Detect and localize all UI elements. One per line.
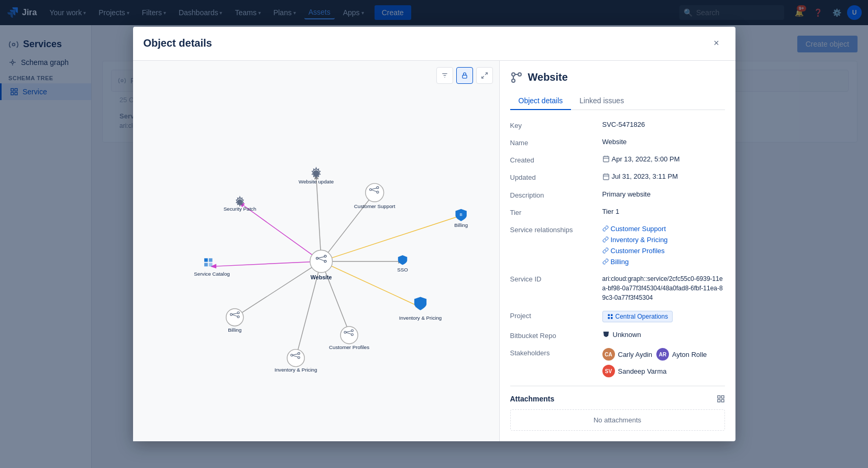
svg-rect-14	[462, 75, 466, 78]
key-label: Key	[510, 121, 594, 129]
created-value: Apr 13, 2022, 5:00 PM	[602, 155, 725, 161]
object-name: Website	[528, 71, 568, 83]
modal-body: Website B Billing	[133, 61, 735, 161]
graph-toolbar	[436, 67, 493, 84]
name-value: Website	[602, 138, 725, 146]
svg-line-16	[481, 76, 484, 78]
created-label: Created	[510, 155, 594, 161]
svg-rect-80	[603, 157, 609, 161]
object-details-modal: Object details ×	[133, 27, 735, 161]
details-pane: Website Object details Linked issues Key…	[500, 61, 735, 161]
svg-point-77	[512, 79, 515, 82]
tab-object-details[interactable]: Object details	[510, 92, 572, 110]
calendar-icon	[602, 155, 610, 161]
svg-point-75	[512, 73, 515, 76]
details-tabs: Object details Linked issues	[510, 92, 725, 110]
modal-overlay[interactable]: Object details ×	[0, 0, 868, 161]
lock-tool-button[interactable]	[456, 67, 473, 84]
tab-linked-issues[interactable]: Linked issues	[571, 92, 632, 110]
detail-name-row: Name Website	[510, 138, 725, 147]
filter-tool-button[interactable]	[436, 67, 453, 84]
expand-tool-button[interactable]	[476, 67, 493, 84]
details-header: Website	[510, 71, 725, 84]
modal-header: Object details ×	[133, 27, 735, 61]
svg-point-76	[518, 73, 521, 76]
detail-key-row: Key SVC-5471826	[510, 121, 725, 129]
graph-pane: Website B Billing	[133, 61, 500, 161]
svg-line-15	[485, 73, 487, 75]
key-value: SVC-5471826	[602, 121, 725, 128]
modal-close-button[interactable]: ×	[708, 35, 725, 52]
object-icon	[510, 71, 523, 84]
modal-title: Object details	[144, 37, 212, 49]
detail-created-row: Created Apr 13, 2022, 5:00 PM	[510, 155, 725, 161]
name-label: Name	[510, 138, 594, 147]
